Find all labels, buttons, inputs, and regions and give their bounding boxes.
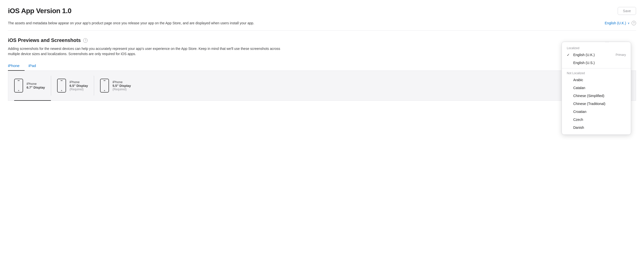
language-option-croatian: Croatian [573,110,586,114]
not-localized-section: Arabic Catalan Chinese (Simplified) Chin… [562,76,631,132]
dropdown-item-chinese-simplified[interactable]: Chinese (Simplified) [562,92,631,100]
phone-dot-3 [104,90,105,91]
language-dropdown-menu: Localized ✓ English (U.K.) Primary ✓ Eng… [562,42,631,135]
dropdown-item-english-us[interactable]: ✓ English (U.S.) [562,59,631,67]
language-option-label-uk: English (U.K.) [573,53,594,57]
screenshots-area: iPhone 6.7" Display iPhone 6.5" Display … [8,71,636,101]
dropdown-item-croatian[interactable]: Croatian [562,108,631,116]
page-container: iOS App Version 1.0 Save The assets and … [0,0,644,268]
device-size-6-7: 6.7" Display [26,86,45,89]
section-title: iOS Previews and Screenshots [8,37,81,43]
device-required-6-5: (Required) [70,88,88,91]
tab-ipad[interactable]: iPad [28,61,41,71]
section-description: Adding screenshots for the newest device… [8,46,281,57]
language-option-arabic: Arabic [573,78,583,82]
device-size-6-5: 6.5" Display [70,84,88,88]
active-tab-indicator [14,100,51,101]
header-row: iOS App Version 1.0 Save [8,7,636,15]
dropdown-item-arabic[interactable]: Arabic [562,76,631,84]
language-option-chinese-simplified: Chinese (Simplified) [573,94,604,98]
language-option-chinese-traditional: Chinese (Traditional) [573,102,605,106]
language-selector[interactable]: English (U.K.) ∨ [605,21,630,25]
dropdown-item-danish[interactable]: Danish [562,124,631,132]
dropdown-arrow [605,42,609,42]
dropdown-item-czech[interactable]: Czech [562,116,631,124]
language-label: English (U.K.) [605,21,626,25]
primary-badge: Primary [616,53,626,57]
language-option-label-us: English (U.S.) [573,61,594,65]
not-localized-section-label: Not Localized [562,70,631,76]
device-tabs: iPhone iPad [8,61,636,71]
device-name-6-7: iPhone [26,82,45,86]
phone-icon-6-7 [14,79,23,93]
dropdown-separator-1 [562,68,631,68]
section-title-row: iOS Previews and Screenshots ? [8,37,636,43]
device-name-5-5: iPhone [112,80,131,84]
description-text: The assets and metadata below appear on … [8,21,281,25]
page-title: iOS App Version 1.0 [8,7,72,15]
phone-icon-5-5 [100,79,109,93]
phone-dot-2 [61,90,62,91]
device-option-5-5[interactable]: iPhone 5.5" Display (Required) [100,76,137,96]
language-option-catalan: Catalan [573,86,585,90]
dropdown-item-english-uk[interactable]: ✓ English (U.K.) Primary [562,51,631,59]
save-button[interactable]: Save [618,7,636,15]
no-checkmark: ✓ [567,61,571,65]
device-info-6-7: iPhone 6.7" Display [26,82,45,89]
device-option-6-7[interactable]: iPhone 6.7" Display [14,76,51,96]
checkmark-icon: ✓ [567,53,571,57]
dropdown-item-catalan[interactable]: Catalan [562,84,631,92]
description-row: The assets and metadata below appear on … [8,21,636,30]
localized-section-label: Localized [562,45,631,51]
phone-icon-6-5 [57,79,66,93]
svg-marker-1 [605,42,609,42]
chevron-down-icon: ∨ [628,21,630,25]
device-option-6-5[interactable]: iPhone 6.5" Display (Required) [57,76,94,96]
device-info-6-5: iPhone 6.5" Display (Required) [70,80,88,91]
section-help-icon[interactable]: ? [83,38,88,43]
language-help-icon[interactable]: ? [632,21,636,25]
language-option-danish: Danish [573,126,584,130]
device-required-5-5: (Required) [112,88,131,91]
tab-iphone[interactable]: iPhone [8,61,24,71]
language-option-czech: Czech [573,118,583,122]
device-name-6-5: iPhone [70,80,88,84]
dropdown-item-chinese-traditional[interactable]: Chinese (Traditional) [562,100,631,108]
phone-dot [18,90,19,91]
device-info-5-5: iPhone 5.5" Display (Required) [112,80,131,91]
device-size-5-5: 5.5" Display [112,84,131,88]
